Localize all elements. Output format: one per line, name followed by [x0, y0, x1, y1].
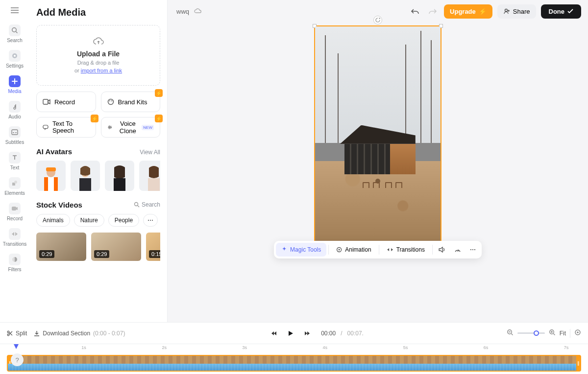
clip-trim-right[interactable]: ‖ [576, 356, 580, 371]
sidebar-item-search[interactable]: Search [1, 23, 28, 45]
sidebar-item-media[interactable]: Media [1, 73, 28, 96]
camera-icon [43, 99, 50, 105]
zoom-out-button[interactable] [507, 329, 514, 337]
sparkle-icon [281, 247, 287, 253]
chip-people[interactable]: People [108, 214, 139, 227]
avatar-item[interactable] [139, 161, 160, 191]
sidebar-item-label: Record [7, 216, 23, 221]
sidebar-item-label: Subtitles [5, 140, 24, 145]
timeline-ruler[interactable]: 1s 2s 3s 4s 5s 6s 7s [7, 344, 581, 353]
camera-icon [9, 203, 21, 214]
stock-video-item[interactable]: 0:29 [91, 233, 141, 261]
stock-video-item[interactable]: 0:15 [146, 233, 160, 261]
hamburger-icon[interactable] [8, 4, 21, 17]
sidebar-item-record[interactable]: Record [1, 201, 28, 223]
sidebar-item-label: Search [7, 38, 23, 43]
stock-video-item[interactable]: 0:29 [36, 233, 86, 261]
zoom-in-button[interactable] [549, 329, 556, 337]
brandkits-button[interactable]: Brand Kits⚡ [101, 92, 161, 112]
import-link[interactable]: import from a link [81, 68, 122, 73]
more-button[interactable]: ⋯ [466, 243, 480, 257]
music-icon [9, 101, 21, 113]
voiceclone-button[interactable]: Voice CloneNEW⚡ [101, 117, 161, 138]
sidebar-item-text[interactable]: Text [1, 150, 28, 172]
sidebar: Search Settings Media Audio Subtitles Te… [0, 0, 29, 322]
chip-more[interactable]: ⋯ [143, 214, 158, 227]
svg-point-24 [505, 9, 507, 12]
fit-button[interactable]: Fit [560, 330, 566, 337]
help-button[interactable]: ? [11, 353, 24, 366]
tts-button[interactable]: Text To Speech⚡ [36, 117, 96, 138]
redo-button[interactable] [426, 5, 439, 18]
zoom-slider[interactable] [517, 332, 545, 334]
upgrade-button[interactable]: Upgrade⚡ [444, 4, 492, 19]
svg-point-9 [108, 99, 113, 105]
download-icon [34, 330, 40, 336]
zoom-out-icon [507, 329, 514, 336]
bolt-icon: ⚡ [91, 115, 98, 122]
skip-forward-button[interactable] [301, 327, 313, 339]
video-clip[interactable]: ‖ ‖ [7, 355, 581, 372]
timeline[interactable]: 1s 2s 3s 4s 5s 6s 7s ‖ ‖ [0, 344, 588, 374]
download-section-button[interactable]: Download Section (0:00 - 0:07) [34, 330, 125, 337]
project-name[interactable]: wwq [176, 8, 189, 15]
svg-point-5 [14, 181, 17, 184]
selected-clip-frame[interactable] [314, 25, 441, 252]
bolt-icon: ⚡ [155, 115, 163, 122]
done-button[interactable]: Done [541, 4, 582, 19]
duration-badge: 0:29 [94, 250, 109, 258]
sidebar-item-label: Elements [4, 190, 25, 196]
scissors-icon [7, 330, 13, 336]
rotate-handle[interactable] [373, 16, 382, 24]
canvas-area: wwq Upgrade⚡ Share Done [168, 0, 588, 322]
video-preview [315, 26, 441, 251]
sidebar-item-subtitles[interactable]: Subtitles [1, 124, 28, 147]
playhead[interactable] [14, 344, 19, 349]
avatar-item[interactable] [71, 161, 100, 191]
sidebar-item-label: Filters [8, 267, 21, 272]
svg-rect-8 [43, 99, 48, 104]
record-button[interactable]: Record [36, 92, 96, 112]
svg-point-32 [577, 331, 579, 333]
sidebar-item-transitions[interactable]: Transitions [1, 226, 28, 249]
svg-rect-14 [46, 167, 56, 171]
transitions-button[interactable]: Transitions [381, 243, 430, 257]
avatar-item[interactable] [36, 161, 66, 191]
sidebar-item-label: Audio [8, 114, 21, 119]
magic-tools-button[interactable]: Magic Tools [276, 243, 326, 257]
svg-rect-20 [114, 178, 125, 191]
skip-back-button[interactable] [268, 327, 280, 339]
timeline-settings-button[interactable] [574, 329, 581, 337]
canvas-stage[interactable] [168, 23, 588, 322]
undo-button[interactable] [409, 5, 421, 18]
chip-animals[interactable]: Animals [36, 214, 70, 227]
play-button[interactable] [285, 327, 296, 339]
share-button[interactable]: Share [497, 4, 536, 19]
svg-rect-16 [48, 177, 54, 191]
avatar-item[interactable] [105, 161, 134, 191]
split-button[interactable]: Split [7, 330, 27, 337]
chip-nature[interactable]: Nature [74, 214, 104, 227]
clip-audio-waveform [8, 364, 580, 371]
stock-search[interactable]: Search [134, 201, 160, 208]
animation-button[interactable]: Animation [331, 243, 376, 257]
upload-dropzone[interactable]: Upload a File Drag & drop a file or impo… [36, 25, 160, 86]
sidebar-item-settings[interactable]: Settings [1, 48, 28, 70]
sidebar-item-filters[interactable]: Filters [1, 252, 28, 274]
svg-rect-6 [12, 207, 16, 210]
palette-icon [107, 98, 114, 105]
svg-point-0 [12, 28, 16, 32]
clip-track[interactable]: ‖ ‖ [7, 355, 581, 372]
filters-icon [9, 254, 21, 265]
audio-button[interactable] [435, 243, 449, 256]
sidebar-item-elements[interactable]: Elements [1, 175, 28, 198]
svg-rect-3 [12, 130, 18, 135]
panel-title: Add Media [36, 7, 160, 18]
speed-button[interactable] [450, 243, 465, 256]
view-all-link[interactable]: View All [140, 149, 160, 156]
shapes-icon [9, 177, 21, 189]
sidebar-item-audio[interactable]: Audio [1, 99, 28, 121]
timeline-toolbar: Split Download Section (0:00 - 0:07) 00:… [0, 322, 588, 344]
zoom-thumb[interactable] [534, 330, 539, 336]
cloud-sync-icon[interactable] [194, 7, 202, 16]
